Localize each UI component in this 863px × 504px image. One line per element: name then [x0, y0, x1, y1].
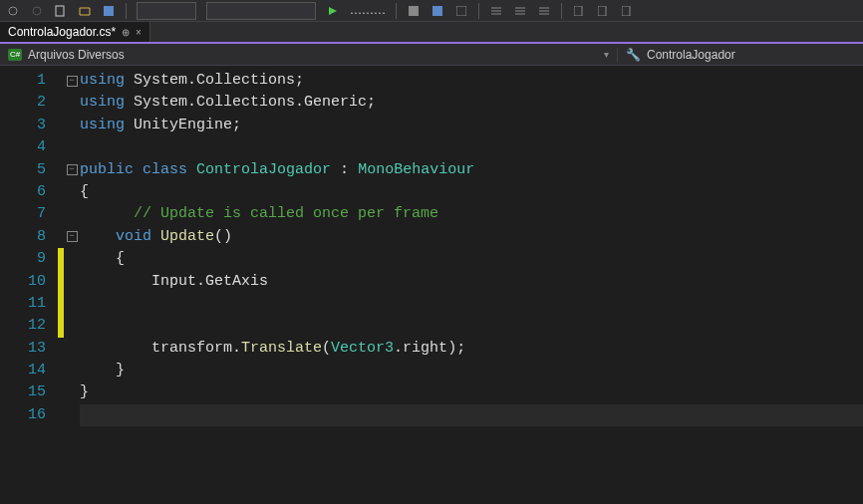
line-number: 12: [8, 315, 58, 337]
code-line[interactable]: }: [80, 381, 863, 403]
outlining-column[interactable]: −−−: [64, 66, 80, 504]
play-icon[interactable]: [326, 4, 340, 18]
misc-icon-2[interactable]: [431, 4, 444, 18]
line-number: 16: [8, 404, 58, 426]
indent-icon[interactable]: [489, 4, 503, 18]
code-line[interactable]: }: [80, 360, 863, 381]
code-line[interactable]: [80, 315, 863, 337]
open-icon[interactable]: [78, 4, 92, 18]
bookmark-next-icon[interactable]: [596, 4, 610, 18]
line-number: 3: [8, 115, 58, 136]
code-line[interactable]: [80, 404, 863, 426]
svg-rect-3: [104, 6, 114, 16]
fold-cell: [64, 203, 80, 225]
code-line[interactable]: using UnityEngine;: [80, 115, 863, 136]
fold-cell: [64, 338, 80, 360]
line-number: 4: [8, 136, 58, 158]
svg-point-1: [33, 7, 41, 15]
code-line[interactable]: void Update(): [80, 226, 863, 248]
collapse-icon[interactable]: −: [67, 76, 78, 87]
code-line[interactable]: using System.Collections;: [80, 70, 863, 92]
fold-cell[interactable]: −: [64, 159, 80, 181]
svg-rect-2: [56, 6, 64, 16]
bookmark-prev-icon[interactable]: [620, 4, 634, 18]
tab-filename: ControlaJogador.cs*: [8, 25, 116, 39]
collapse-icon[interactable]: −: [67, 164, 78, 175]
nav-left-label: Arquivos Diversos: [28, 48, 125, 62]
fold-cell: [64, 92, 80, 114]
code-line[interactable]: {: [80, 181, 863, 203]
line-number: 13: [8, 338, 58, 360]
document-tabs: ControlaJogador.cs* ⊕ ×: [0, 22, 863, 44]
nav-fwd-icon[interactable]: [30, 4, 44, 18]
line-number: 5: [8, 159, 58, 181]
separator: [126, 3, 127, 19]
fold-cell: [64, 181, 80, 203]
nav-bar: C# Arquivos Diversos ▾ 🔧 ControlaJogador: [0, 44, 863, 66]
line-number: 2: [8, 92, 58, 114]
svg-rect-7: [574, 6, 582, 16]
collapse-icon[interactable]: −: [67, 231, 78, 242]
code-line[interactable]: transform.Translate(Vector3.right);: [80, 338, 863, 360]
svg-point-0: [9, 7, 17, 15]
code-line[interactable]: [80, 136, 863, 158]
fold-cell[interactable]: −: [64, 70, 80, 92]
separator: [478, 3, 479, 19]
svg-rect-4: [409, 6, 419, 16]
config-dropdown[interactable]: [137, 2, 196, 20]
fold-cell: [64, 115, 80, 136]
code-line[interactable]: public class ControlaJogador : MonoBehav…: [80, 159, 863, 181]
code-line[interactable]: Input.GetAxis: [80, 271, 863, 293]
nav-scope-left[interactable]: C# Arquivos Diversos ▾: [0, 48, 618, 62]
close-icon[interactable]: ×: [136, 27, 142, 38]
platform-dropdown[interactable]: [206, 2, 316, 20]
line-number: 6: [8, 181, 58, 203]
chevron-down-icon[interactable]: ▾: [604, 49, 609, 60]
svg-rect-6: [456, 6, 466, 16]
comment-icon[interactable]: [537, 4, 551, 18]
pin-icon[interactable]: ⊕: [122, 27, 130, 38]
fold-cell: [64, 360, 80, 381]
code-line[interactable]: [80, 293, 863, 315]
main-toolbar: ………: [0, 0, 863, 22]
separator: [561, 3, 562, 19]
code-line[interactable]: {: [80, 248, 863, 270]
nav-right-label: ControlaJogador: [647, 48, 735, 62]
code-line[interactable]: // Update is called once per frame: [80, 203, 863, 225]
svg-rect-9: [622, 6, 630, 16]
line-number: 1: [8, 70, 58, 92]
fold-cell: [64, 271, 80, 293]
line-number: 7: [8, 203, 58, 225]
separator: [396, 3, 397, 19]
fold-cell: [64, 293, 80, 315]
line-number: 14: [8, 360, 58, 381]
fold-cell: [64, 248, 80, 270]
file-tab[interactable]: ControlaJogador.cs* ⊕ ×: [0, 21, 150, 42]
class-icon: 🔧: [626, 48, 641, 62]
csharp-icon: C#: [8, 49, 22, 61]
fold-cell[interactable]: −: [64, 226, 80, 248]
line-number: 9: [8, 248, 58, 270]
code-editor[interactable]: 12345678910111213141516 −−− using System…: [0, 66, 863, 504]
bookmark-icon[interactable]: [572, 4, 586, 18]
svg-rect-8: [598, 6, 606, 16]
misc-icon-3[interactable]: [454, 4, 468, 18]
fold-cell: [64, 404, 80, 426]
fold-cell: [64, 136, 80, 158]
fold-cell: [64, 315, 80, 337]
line-number: 15: [8, 381, 58, 403]
outdent-icon[interactable]: [513, 4, 527, 18]
fold-cell: [64, 381, 80, 403]
code-content[interactable]: using System.Collections;using System.Co…: [80, 66, 863, 504]
line-number-gutter: 12345678910111213141516: [8, 66, 58, 504]
new-file-icon[interactable]: [54, 4, 68, 18]
code-line[interactable]: using System.Collections.Generic;: [80, 92, 863, 114]
misc-icon-1[interactable]: [407, 4, 421, 18]
save-icon[interactable]: [102, 4, 116, 18]
nav-back-icon[interactable]: [6, 4, 20, 18]
line-number: 10: [8, 271, 58, 293]
nav-scope-right[interactable]: 🔧 ControlaJogador: [618, 48, 743, 62]
margin: [0, 66, 8, 504]
run-label[interactable]: ………: [350, 3, 386, 18]
line-number: 8: [8, 226, 58, 248]
